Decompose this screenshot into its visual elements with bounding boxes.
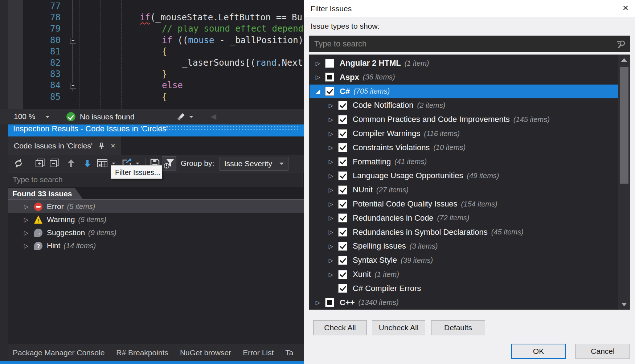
code-line[interactable]: 79// play sound effect dependi bbox=[0, 23, 304, 34]
checkbox[interactable] bbox=[338, 115, 347, 124]
ok-button[interactable]: OK bbox=[511, 344, 566, 359]
issue-type-row[interactable]: ▷Formatting(41 items) bbox=[310, 155, 618, 169]
expand-arrow-icon[interactable]: ▷ bbox=[327, 201, 335, 208]
severity-row[interactable]: ▷!Warning(5 items) bbox=[8, 213, 304, 226]
issue-type-row[interactable]: ▷Code Notification(2 items) bbox=[310, 98, 618, 112]
close-icon[interactable]: × bbox=[623, 2, 628, 14]
bottom-tab[interactable]: NuGet browser bbox=[180, 348, 231, 357]
checkbox[interactable] bbox=[325, 73, 334, 82]
scrollbar-thumb[interactable] bbox=[620, 67, 628, 184]
issue-type-row[interactable]: ▷Common Practices and Code Improvements(… bbox=[310, 113, 618, 126]
expand-arrow-icon[interactable]: ▷ bbox=[24, 216, 32, 223]
check-all-button[interactable]: Check All bbox=[313, 320, 367, 335]
bottom-tab[interactable]: Ta bbox=[285, 348, 293, 357]
expand-arrow-icon[interactable]: ▷ bbox=[24, 242, 32, 249]
issue-type-row[interactable]: ▷Angular 2 HTML(1 item) bbox=[310, 56, 618, 70]
pin-icon[interactable] bbox=[98, 143, 105, 149]
expand-arrow-icon[interactable]: ▷ bbox=[24, 203, 32, 210]
severity-row[interactable]: ▷Error(5 items) bbox=[8, 200, 304, 213]
collapse-all-icon[interactable] bbox=[49, 158, 60, 169]
expand-arrow-icon[interactable]: ▷ bbox=[327, 271, 335, 278]
dialog-search-input[interactable]: Type to search bbox=[309, 36, 630, 52]
expand-arrow-icon[interactable]: ▷ bbox=[327, 144, 335, 151]
expand-arrow-icon[interactable]: ▷ bbox=[314, 299, 322, 306]
expand-arrow-icon[interactable]: ▷ bbox=[327, 172, 335, 179]
checkbox[interactable] bbox=[325, 59, 334, 68]
checkbox[interactable] bbox=[338, 270, 347, 279]
checkbox[interactable] bbox=[338, 284, 347, 293]
expand-arrow-icon[interactable]: ▷ bbox=[327, 158, 335, 165]
checkbox[interactable] bbox=[338, 256, 347, 265]
issue-type-row[interactable]: ▷Redundancies in Symbol Declarations(45 … bbox=[310, 225, 618, 239]
checkbox[interactable] bbox=[338, 129, 347, 138]
uncheck-all-button[interactable]: Uncheck All bbox=[372, 320, 425, 335]
issue-type-row[interactable]: C# Compiler Errors bbox=[310, 282, 618, 295]
move-up-icon[interactable] bbox=[66, 158, 76, 169]
scroll-up-icon[interactable] bbox=[621, 58, 627, 62]
checkbox[interactable] bbox=[338, 143, 347, 152]
checkbox[interactable] bbox=[338, 185, 347, 195]
checkbox[interactable] bbox=[338, 228, 347, 237]
fold-collapse-icon[interactable]: − bbox=[70, 83, 76, 89]
expand-arrow-icon[interactable]: ◢ bbox=[314, 88, 322, 95]
chevron-down-icon[interactable] bbox=[112, 163, 115, 164]
refresh-icon[interactable] bbox=[13, 158, 24, 169]
code-line[interactable]: 85{ bbox=[0, 91, 304, 103]
expand-arrow-icon[interactable]: ▷ bbox=[327, 130, 335, 137]
group-by-dropdown[interactable]: Issue Severity bbox=[220, 157, 288, 171]
tab-code-issues[interactable]: Code Issues in 'Circles' × bbox=[8, 136, 121, 155]
issue-type-row[interactable]: ▷NUnit(27 items) bbox=[310, 183, 618, 197]
issue-type-row[interactable]: ▷Redundancies in Code(72 items) bbox=[310, 211, 618, 225]
issue-type-row[interactable]: ▷Spelling issues(3 items) bbox=[310, 239, 618, 253]
issue-types-list[interactable]: ▷Angular 2 HTML(1 item)▷Aspx(36 items)◢C… bbox=[309, 54, 630, 310]
expand-arrow-icon[interactable]: ▷ bbox=[327, 116, 335, 123]
expand-arrow-icon[interactable]: ▷ bbox=[327, 243, 335, 250]
code-line[interactable]: 83} bbox=[0, 69, 304, 80]
expand-all-icon[interactable] bbox=[34, 158, 45, 169]
issue-type-row[interactable]: ▷Syntax Style(39 items) bbox=[310, 253, 618, 267]
defaults-button[interactable]: Defaults bbox=[431, 320, 485, 335]
issue-type-row[interactable]: ▷Language Usage Opportunities(49 items) bbox=[310, 169, 618, 183]
expand-arrow-icon[interactable]: ▷ bbox=[327, 187, 335, 193]
issue-type-row[interactable]: ◢C#(705 items) bbox=[310, 85, 618, 98]
expand-arrow-icon[interactable]: ▷ bbox=[327, 214, 335, 221]
bottom-tab[interactable]: R# Breakpoints bbox=[116, 348, 168, 357]
checkbox[interactable] bbox=[338, 213, 347, 222]
code-line[interactable]: 78if(_mouseState.LeftButton == Bu bbox=[0, 12, 304, 23]
expand-arrow-icon[interactable]: ▷ bbox=[24, 229, 32, 236]
checkbox[interactable] bbox=[338, 101, 347, 110]
severity-row[interactable]: ▷→Suggestion(9 items) bbox=[8, 226, 304, 239]
fold-collapse-icon[interactable]: − bbox=[70, 38, 76, 44]
code-editor[interactable]: − − 7778if(_mouseState.LeftButton == Bu7… bbox=[0, 0, 304, 109]
expand-arrow-icon[interactable]: ▷ bbox=[327, 257, 335, 264]
checkbox[interactable] bbox=[325, 87, 334, 96]
issue-type-row[interactable]: ▷Aspx(36 items) bbox=[310, 70, 618, 84]
checkbox[interactable] bbox=[325, 298, 334, 307]
code-line[interactable]: 84else bbox=[0, 80, 304, 91]
checkbox[interactable] bbox=[338, 200, 347, 209]
expand-arrow-icon[interactable]: ▷ bbox=[314, 74, 322, 81]
cancel-button[interactable]: Cancel bbox=[575, 344, 630, 359]
highlighting-brush-icon[interactable] bbox=[175, 112, 185, 122]
code-line[interactable]: 77 bbox=[0, 1, 304, 12]
issue-type-row[interactable]: ▷Compiler Warnings(116 items) bbox=[310, 127, 618, 140]
checkbox[interactable] bbox=[338, 242, 347, 251]
scroll-down-icon[interactable] bbox=[621, 303, 627, 306]
dialog-titlebar[interactable]: Filter Issues × bbox=[304, 0, 635, 17]
code-line[interactable]: 82_laserSounds[(rand.Next( bbox=[0, 57, 304, 69]
filter-issues-button[interactable] bbox=[162, 156, 176, 171]
checkbox[interactable] bbox=[338, 157, 347, 166]
close-icon[interactable]: × bbox=[111, 141, 115, 151]
export-grid-icon[interactable] bbox=[97, 158, 108, 169]
bottom-tab[interactable]: Error List bbox=[243, 348, 274, 357]
issue-type-row[interactable]: ▷Constraints Violations(10 items) bbox=[310, 141, 618, 155]
issue-type-row[interactable]: ▷C++(1340 items) bbox=[310, 296, 618, 310]
issue-type-row[interactable]: ▷Xunit(1 item) bbox=[310, 267, 618, 281]
chevron-down-icon[interactable] bbox=[189, 116, 193, 118]
chevron-down-icon[interactable] bbox=[136, 163, 139, 164]
expand-arrow-icon[interactable]: ▷ bbox=[327, 102, 335, 109]
severity-row[interactable]: ▷?Hint(14 items) bbox=[8, 239, 304, 252]
zoom-level-dropdown[interactable]: 100 % bbox=[14, 112, 36, 121]
expand-arrow-icon[interactable]: ▷ bbox=[314, 60, 322, 67]
bottom-tab[interactable]: Package Manager Console bbox=[13, 348, 105, 357]
